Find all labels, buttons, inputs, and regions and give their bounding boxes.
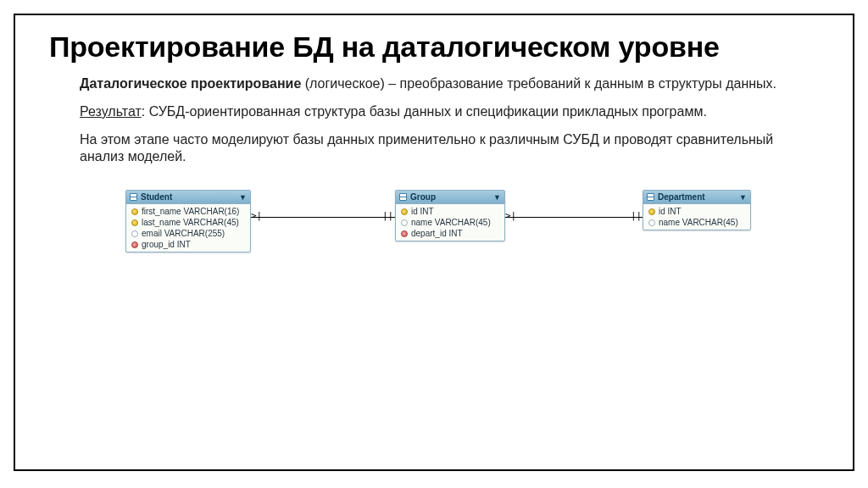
field-label: id INT xyxy=(411,207,434,216)
table-body-department: id INT name VARCHAR(45) xyxy=(643,204,750,230)
field-label: name VARCHAR(45) xyxy=(411,218,491,227)
table-title-student: Student xyxy=(141,192,172,202)
table-student: Student ▼ first_name VARCHAR(16) last_na… xyxy=(125,190,251,252)
paragraph-2: Результат: СУБД-ориентированная структур… xyxy=(80,103,819,121)
pk-icon xyxy=(648,208,655,215)
page-title: Проектирование БД на даталогическом уров… xyxy=(49,30,819,64)
field-row: email VARCHAR(255) xyxy=(126,228,250,239)
fk-icon xyxy=(131,241,138,248)
chevron-down-icon: ▼ xyxy=(239,193,247,202)
table-title-department: Department xyxy=(658,192,705,202)
er-diagram: Student ▼ first_name VARCHAR(16) last_na… xyxy=(125,181,802,334)
field-row: id INT xyxy=(643,206,750,217)
field-row: name VARCHAR(45) xyxy=(396,217,504,228)
table-body-group: id INT name VARCHAR(45) depart_id INT xyxy=(396,204,504,241)
crowfoot-icon: || xyxy=(631,212,639,220)
field-label: email VARCHAR(255) xyxy=(142,229,225,238)
chevron-down-icon: ▼ xyxy=(739,193,747,202)
pk-icon xyxy=(401,208,408,215)
body-text: Даталогическое проектирование (логическо… xyxy=(80,75,819,166)
chevron-down-icon: ▼ xyxy=(493,193,501,202)
table-department: Department ▼ id INT name VARCHAR(45) xyxy=(643,190,751,230)
table-title-group: Group xyxy=(410,192,436,202)
field-label: first_name VARCHAR(16) xyxy=(142,207,239,216)
pk-icon xyxy=(131,219,138,226)
table-header-group: Group ▼ xyxy=(396,191,504,204)
col-icon xyxy=(648,219,655,226)
table-header-department: Department ▼ xyxy=(643,191,750,204)
field-label: group_id INT xyxy=(142,240,191,249)
col-icon xyxy=(131,230,138,237)
field-row: first_name VARCHAR(16) xyxy=(126,206,250,217)
field-label: depart_id INT xyxy=(411,229,463,238)
paragraph-1: Даталогическое проектирование (логическо… xyxy=(80,75,819,93)
field-row: group_id INT xyxy=(126,239,250,250)
para1-rest: (логическое) – преобразование требований… xyxy=(301,76,776,91)
para2-rest: : СУБД-ориентированная структура базы да… xyxy=(142,104,707,119)
fk-icon xyxy=(401,230,408,237)
col-icon xyxy=(401,219,408,226)
para2-label: Результат xyxy=(80,104,142,119)
table-icon xyxy=(647,193,654,201)
relation-group-department xyxy=(505,217,643,218)
table-header-student: Student ▼ xyxy=(126,191,250,204)
table-icon xyxy=(399,193,407,201)
table-body-student: first_name VARCHAR(16) last_name VARCHAR… xyxy=(126,204,250,252)
table-icon xyxy=(130,193,137,201)
table-group: Group ▼ id INT name VARCHAR(45) depart_i… xyxy=(395,190,505,241)
crowfoot-icon: || xyxy=(382,212,391,220)
para1-term: Даталогическое проектирование xyxy=(80,76,301,91)
field-label: id INT xyxy=(659,207,682,216)
field-row: id INT xyxy=(396,206,504,217)
relation-student-group xyxy=(251,217,395,218)
field-row: depart_id INT xyxy=(396,228,504,239)
slide-frame: Проектирование БД на даталогическом уров… xyxy=(14,14,854,471)
field-row: name VARCHAR(45) xyxy=(643,217,750,228)
crowfoot-icon: >| xyxy=(505,212,514,220)
paragraph-3: На этом этапе часто моделируют базы данн… xyxy=(80,131,819,167)
pk-icon xyxy=(131,208,138,215)
crowfoot-icon: >| xyxy=(251,212,259,220)
field-row: last_name VARCHAR(45) xyxy=(126,217,250,228)
field-label: last_name VARCHAR(45) xyxy=(142,218,239,227)
field-label: name VARCHAR(45) xyxy=(659,218,738,227)
